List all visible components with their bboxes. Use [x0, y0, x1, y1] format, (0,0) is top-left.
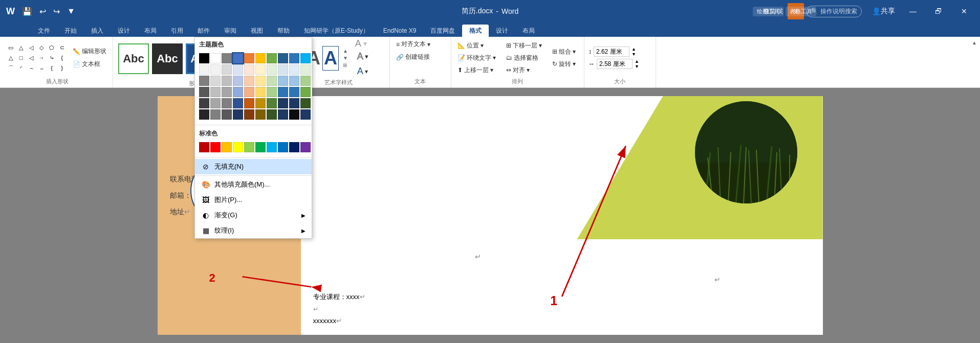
align-button[interactable]: ⇔ 对齐 ▾ — [504, 65, 544, 76]
close-button[interactable]: ✕ — [952, 3, 976, 19]
shade-1-6[interactable] — [255, 64, 266, 75]
save-icon[interactable]: 💾 — [20, 5, 34, 18]
shade-2-2[interactable] — [210, 76, 221, 86]
shade-5-2[interactable] — [210, 109, 221, 120]
std-swatch-3[interactable] — [222, 142, 232, 152]
shade-3-6[interactable] — [255, 87, 266, 97]
theme-swatch-darkblue[interactable] — [278, 53, 288, 63]
shade-4-6[interactable] — [255, 98, 266, 108]
shade-3-3[interactable] — [222, 87, 232, 97]
select-pane-button[interactable]: 🗂 选择窗格 — [504, 53, 544, 63]
height-input[interactable] — [597, 59, 633, 69]
theme-swatch-blue-active[interactable] — [233, 53, 243, 63]
shade-4-10[interactable] — [300, 98, 311, 108]
tab-help[interactable]: 帮助 — [270, 25, 297, 37]
shape-btn-14[interactable]: ◜ — [16, 63, 26, 73]
wrap-text-button[interactable]: 📝 环绕文字 ▾ — [455, 53, 498, 63]
shade-4-5[interactable] — [244, 98, 254, 108]
shade-1-5[interactable] — [244, 64, 254, 75]
shade-5-3[interactable] — [222, 109, 232, 120]
shade-3-1[interactable] — [199, 87, 209, 97]
texture-item[interactable]: ▦ 纹理(I) ▶ — [195, 223, 312, 238]
quick-access-dropdown-icon[interactable]: ▼ — [65, 5, 77, 18]
shade-3-5[interactable] — [244, 87, 254, 97]
shade-2-6[interactable] — [255, 76, 266, 86]
move-down-button[interactable]: ⊞ 下移一层 ▾ — [504, 40, 544, 51]
std-swatch-2[interactable] — [210, 142, 221, 152]
tab-file[interactable]: 文件 — [31, 25, 57, 37]
shade-5-8[interactable] — [278, 109, 288, 120]
shape-btn-17[interactable]: { — [47, 63, 56, 73]
create-link-button[interactable]: 🔗 创建链接 — [394, 52, 432, 62]
undo-icon[interactable]: ↩ — [37, 5, 48, 18]
shade-4-7[interactable] — [267, 98, 277, 108]
theme-swatch-navyblue[interactable] — [289, 53, 299, 63]
std-swatch-1[interactable] — [199, 142, 209, 152]
std-swatch-10[interactable] — [300, 142, 311, 152]
shade-4-2[interactable] — [210, 98, 221, 108]
shade-1-8[interactable] — [278, 64, 288, 75]
shade-1-9[interactable] — [289, 64, 299, 75]
shade-5-10[interactable] — [300, 109, 311, 120]
std-swatch-8[interactable] — [278, 142, 288, 152]
move-up-button[interactable]: ⬆ 上移一层 ▾ — [455, 65, 498, 76]
shade-4-8[interactable] — [278, 98, 288, 108]
shape-btn-10[interactable]: → — [37, 53, 46, 62]
std-swatch-7[interactable] — [267, 142, 277, 152]
shade-5-9[interactable] — [289, 109, 299, 120]
shade-2-9[interactable] — [289, 76, 299, 86]
width-down-arrow[interactable]: ▼ — [631, 52, 636, 57]
tab-baidu[interactable]: 百度网盘 — [423, 25, 462, 37]
shade-1-4[interactable] — [233, 64, 243, 75]
shade-1-7[interactable] — [267, 64, 277, 75]
shape-btn-2[interactable]: △ — [16, 43, 26, 52]
std-swatch-9[interactable] — [289, 142, 299, 152]
shade-2-1[interactable] — [199, 76, 209, 86]
art-letter-3[interactable]: A — [322, 46, 339, 71]
theme-swatch-white[interactable] — [210, 53, 221, 63]
restore-button[interactable]: 🗗 — [927, 3, 950, 19]
theme-swatch-gold[interactable] — [255, 53, 266, 63]
shade-2-10[interactable] — [300, 76, 311, 86]
shade-1-10[interactable] — [300, 64, 311, 75]
tab-home[interactable]: 开始 — [57, 25, 84, 37]
minimize-button[interactable]: — — [901, 3, 925, 19]
theme-swatch-teal[interactable] — [300, 53, 311, 63]
tab-layout[interactable]: 布局 — [137, 25, 164, 37]
rotate-button[interactable]: ↻ 旋转 ▾ — [550, 59, 578, 70]
tab-design[interactable]: 设计 — [111, 25, 137, 37]
tab-endnote[interactable]: EndNote X9 — [376, 25, 424, 37]
gradient-item[interactable]: ◐ 渐变(G) ▶ — [195, 208, 312, 223]
shade-4-9[interactable] — [289, 98, 299, 108]
shape-btn-13[interactable]: ⌒ — [6, 63, 15, 73]
shape-btn-8[interactable]: □ — [16, 53, 26, 62]
height-down-arrow[interactable]: ▼ — [635, 64, 639, 69]
theme-swatch-gray[interactable] — [222, 53, 232, 63]
shape-btn-4[interactable]: ◇ — [37, 43, 46, 52]
no-fill-item[interactable]: ⊘ 无填充(N) — [195, 159, 312, 174]
shape-btn-9[interactable]: ◁ — [27, 53, 36, 62]
std-swatch-6[interactable] — [255, 142, 266, 152]
shade-4-4[interactable] — [233, 98, 243, 108]
text-outline-button[interactable]: A ▾ — [355, 50, 371, 63]
shade-2-4[interactable] — [233, 76, 243, 86]
theme-swatch-black[interactable] — [199, 53, 209, 63]
tab-format[interactable]: 格式 — [462, 25, 489, 37]
tab-insert[interactable]: 插入 — [84, 25, 111, 37]
style-box-2[interactable]: Abc — [152, 43, 183, 74]
shade-3-4[interactable] — [233, 87, 243, 97]
shade-2-8[interactable] — [278, 76, 288, 86]
std-swatch-5[interactable] — [244, 142, 254, 152]
shade-2-5[interactable] — [244, 76, 254, 86]
text-fill-button[interactable]: A ▾ — [355, 39, 371, 48]
shape-btn-12[interactable]: { — [57, 53, 67, 62]
text-box-button[interactable]: 📄 文本框 — [71, 59, 108, 70]
theme-swatch-orange[interactable] — [244, 53, 254, 63]
shade-1-2[interactable] — [210, 64, 221, 75]
shade-1-3[interactable] — [222, 64, 232, 75]
shade-3-7[interactable] — [267, 87, 277, 97]
text-effect-button[interactable]: A ▾ — [355, 65, 371, 78]
tab-design2[interactable]: 设计 — [489, 25, 515, 37]
tab-reference[interactable]: 引用 — [164, 25, 190, 37]
edit-shape-button[interactable]: ✏️ 编辑形状 — [71, 46, 108, 57]
